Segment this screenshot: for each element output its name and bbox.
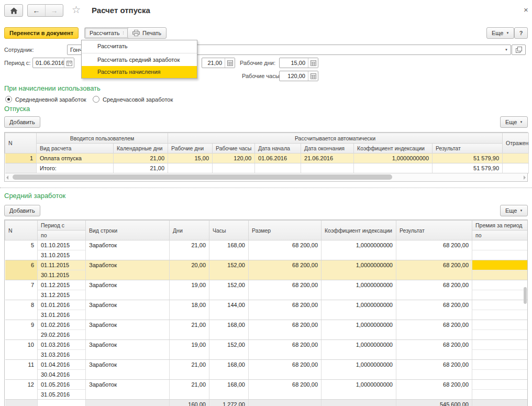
cell-line[interactable]: 01.01.2016 (38, 300, 85, 310)
work-hours-field[interactable]: 120,00 (279, 71, 318, 81)
cell-row-type[interactable]: Заработок (86, 340, 170, 360)
vacation-add-button[interactable]: Добавить (4, 116, 40, 128)
cell-index-coef[interactable]: 1,0000000000 (322, 360, 396, 380)
cell-line[interactable]: 31.10.2015 (38, 250, 85, 260)
calculator-icon[interactable] (308, 58, 318, 68)
cell-date-start[interactable]: 01.06.2016 (255, 153, 301, 163)
cell-bonus[interactable] (472, 400, 528, 406)
column-header-work-days[interactable]: Рабочие дни (168, 144, 213, 153)
cell-line[interactable]: 1,0000000000 (322, 340, 396, 349)
cell-row-type[interactable]: Заработок (86, 280, 170, 300)
cell-result[interactable]: 68 200,00 (396, 280, 472, 300)
help-button[interactable]: ? (514, 27, 528, 39)
cell-amount[interactable]: 68 200,00 (249, 300, 322, 320)
cell-line[interactable] (472, 290, 528, 300)
cell-hours[interactable]: 152,00 (209, 280, 249, 300)
cell-line[interactable] (472, 300, 528, 310)
scroll-left-icon[interactable] (6, 175, 8, 180)
column-header-calendar-days[interactable]: Календарные дни (114, 144, 168, 153)
cell-n[interactable]: 8 (5, 300, 38, 320)
cell-line[interactable]: 9 (5, 320, 38, 330)
cell-line[interactable]: 01.10.2015 (38, 240, 85, 250)
cell[interactable] (354, 163, 433, 173)
cell-days[interactable]: 21,00 (170, 320, 209, 340)
cell-line[interactable]: Заработок (86, 260, 169, 270)
cell-n[interactable]: 1 (5, 153, 37, 163)
average-row[interactable]: 1001.03.201631.03.2016Заработок19,00152,… (5, 340, 528, 360)
cell-reflected[interactable] (503, 153, 529, 163)
column-header-date-start[interactable]: Дата начала (255, 144, 301, 153)
cell-days[interactable]: 20,00 (170, 260, 209, 280)
cell-line[interactable]: Заработок (86, 280, 169, 290)
cell-amount[interactable]: 68 200,00 (249, 280, 322, 300)
cell-line[interactable]: 68 200,00 (396, 340, 472, 349)
average-row[interactable]: 801.01.201631.01.2016Заработок18,00144,0… (5, 300, 528, 320)
cell-line[interactable]: 01.05.2016 (38, 380, 85, 390)
cell-result[interactable]: 68 200,00 (396, 320, 472, 340)
column-header-work-hours[interactable]: Рабочие часы (213, 144, 255, 153)
column-header-amount[interactable]: Размер (249, 221, 322, 240)
column-header-days[interactable]: Дни (170, 221, 209, 240)
cell-bonus[interactable] (472, 280, 528, 300)
toolbar-more-button[interactable]: Еще ▼ (486, 27, 514, 39)
cell-days[interactable]: 19,00 (170, 340, 209, 360)
cell-index-coef[interactable]: 1,0000000000 (322, 240, 396, 260)
cell-line[interactable]: Заработок (86, 380, 169, 389)
cell-line[interactable]: 1 272,00 (209, 400, 248, 406)
cell-bonus[interactable] (472, 260, 528, 280)
calendar-days-value[interactable]: 21,00 (202, 58, 225, 68)
back-button[interactable]: ← (28, 5, 45, 16)
work-days-field[interactable]: 15,00 (279, 58, 318, 68)
group-header-auto-calculated[interactable]: Рассчитывается автоматически (168, 133, 503, 144)
cell-hours[interactable]: 168,00 (209, 320, 249, 340)
cell-period[interactable]: 01.12.201531.12.2015 (38, 280, 86, 300)
cell-days[interactable]: 19,00 (170, 280, 209, 300)
cell-line[interactable]: 7 (5, 280, 38, 290)
period-from-field[interactable]: 01.06.2016 (32, 58, 74, 68)
cell-line[interactable]: 168,00 (209, 240, 248, 250)
cell-period[interactable]: 01.03.201631.03.2016 (38, 340, 86, 360)
cell-date-end[interactable]: 21.06.2016 (301, 153, 354, 163)
cell-n[interactable]: 5 (5, 240, 38, 260)
section-splitter[interactable] (0, 188, 532, 188)
cell-period[interactable]: 01.04.201630.04.2016 (38, 360, 86, 380)
cell-line[interactable]: 68 200,00 (249, 300, 321, 310)
cell-line[interactable]: 1,0000000000 (322, 280, 396, 290)
cell[interactable] (168, 163, 213, 173)
radio-average-daily[interactable] (5, 96, 12, 103)
average-add-button[interactable]: Добавить (4, 205, 40, 216)
menu-item-calculate-accruals[interactable]: Рассчитать начисления (82, 66, 197, 78)
cell-line[interactable]: 68 200,00 (249, 260, 321, 270)
cell-line[interactable]: 10 (5, 340, 38, 349)
cell-line[interactable]: 68 200,00 (249, 320, 321, 330)
average-row[interactable]: 601.11.201530.11.2015Заработок20,00152,0… (5, 260, 528, 280)
column-header-n[interactable]: N (5, 133, 37, 153)
column-header-row-type[interactable]: Вид строки (86, 221, 170, 240)
cell-line[interactable]: 01.02.2016 (38, 320, 85, 330)
cell-amount[interactable]: 68 200,00 (249, 340, 322, 360)
cell-total-calendar-days[interactable]: 21,00 (114, 163, 168, 173)
work-hours-value[interactable]: 120,00 (280, 71, 308, 81)
cell-line[interactable]: 31.01.2016 (38, 310, 85, 320)
cell-index-coef[interactable]: 1,0000000000 (322, 320, 396, 340)
cell-line[interactable]: 11 (5, 360, 38, 369)
cell-line[interactable]: 68 200,00 (249, 240, 321, 250)
cell-line[interactable]: 68 200,00 (249, 280, 321, 290)
cell-row-type[interactable]: Заработок (86, 360, 170, 380)
cell-hours[interactable]: 144,00 (209, 300, 249, 320)
cell-line[interactable]: 160,00 (170, 400, 209, 406)
cell-n[interactable]: 6 (5, 260, 38, 280)
cell-line[interactable]: 168,00 (209, 380, 248, 389)
cell-line[interactable]: Заработок (86, 360, 169, 369)
cell-line[interactable]: 12 (5, 380, 38, 389)
cell-result[interactable]: 68 200,00 (396, 380, 472, 400)
cell-line[interactable] (472, 310, 528, 320)
cell-line[interactable]: Заработок (86, 320, 169, 330)
vertical-scrollbar-thumb[interactable] (524, 287, 527, 304)
cell-index-coef[interactable]: 1,0000000000 (322, 340, 396, 360)
cell-line[interactable]: 68 200,00 (249, 360, 321, 369)
cell-line[interactable]: 19,00 (170, 340, 209, 349)
work-days-value[interactable]: 15,00 (280, 58, 308, 68)
cell-line[interactable]: 30.11.2015 (38, 270, 85, 280)
cell-hours[interactable]: 168,00 (209, 360, 249, 380)
